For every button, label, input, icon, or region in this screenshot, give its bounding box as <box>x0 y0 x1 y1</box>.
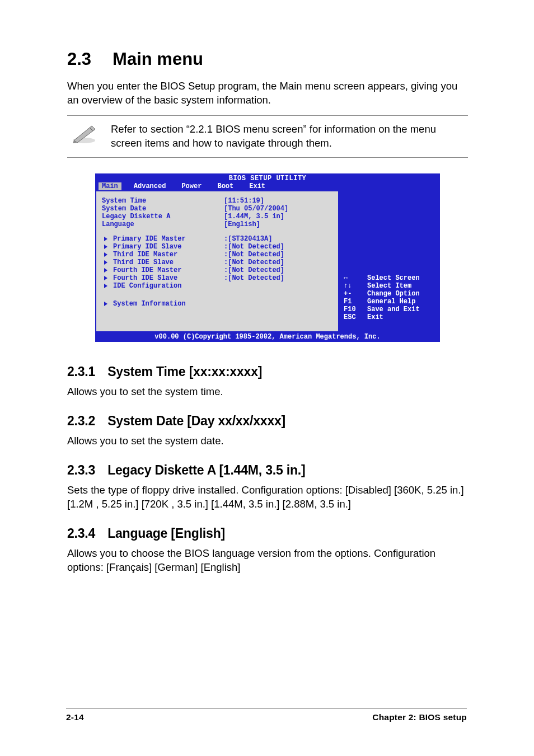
pencil-icon <box>71 124 97 144</box>
subsection-body: Allows you to set the system time. <box>67 385 468 399</box>
subsection-heading: 2.3.2System Date [Day xx/xx/xxxx] <box>67 414 468 429</box>
page-number: 2-14 <box>66 712 84 722</box>
chapter-label: Chapter 2: BIOS setup <box>372 712 467 722</box>
help-key: ESC <box>344 313 367 321</box>
help-key: F1 <box>344 298 367 306</box>
help-key: ↑↓ <box>344 282 367 290</box>
subsection-number: 2.3.3 <box>67 463 95 477</box>
bios-sub-value: :[Not Detected] <box>224 266 284 274</box>
triangle-icon <box>104 276 107 280</box>
help-key: +- <box>344 290 367 298</box>
bios-row-label: System Date <box>102 205 224 213</box>
subsection-heading: 2.3.4Language [English] <box>67 526 468 541</box>
triangle-icon <box>104 302 107 306</box>
subsection-number: 2.3.1 <box>67 364 95 379</box>
section-number: 2.3 <box>67 49 91 69</box>
bios-sub-label: IDE Configuration <box>113 282 224 290</box>
section-heading: 2.3Main menu <box>67 49 468 69</box>
triangle-icon <box>104 245 107 249</box>
bios-row-label: Language <box>102 220 224 228</box>
bios-tab-exit: Exit <box>241 182 273 190</box>
bios-help-panel: ↔Select Screen ↑↓Select Item +-Change Op… <box>339 191 439 331</box>
bios-sysinfo: System Information <box>113 300 224 308</box>
bios-sub-value: :[Not Detected] <box>224 251 284 259</box>
subsection-number: 2.3.4 <box>67 526 95 541</box>
subsection-title: System Time [xx:xx:xxxx] <box>107 364 262 379</box>
bios-row-label: System Time <box>102 197 224 205</box>
subsection-number: 2.3.2 <box>67 414 95 428</box>
subsection-body: Allows you to choose the BIOS language v… <box>67 547 468 575</box>
bios-sub-value: :[Not Detected] <box>224 274 284 282</box>
bios-sub-label: Fourth IDE Slave <box>113 274 224 282</box>
triangle-icon <box>104 260 107 265</box>
subsection-title: System Date [Day xx/xx/xxxx] <box>107 414 285 428</box>
bios-tab-power: Power <box>174 182 209 190</box>
note-block: Refer to section “2.2.1 BIOS menu screen… <box>67 115 468 158</box>
bios-screenshot: BIOS SETUP UTILITY Main Advanced Power B… <box>95 173 440 342</box>
subsection-heading: 2.3.1System Time [xx:xx:xxxx] <box>67 364 468 379</box>
bios-row-value: [Thu 05/07/2004] <box>224 205 288 213</box>
subsection-body: Sets the type of floppy drive installed.… <box>67 483 468 511</box>
help-key: ↔ <box>344 274 367 282</box>
help-desc: Change Option <box>367 290 420 298</box>
bios-sub-value: :[Not Detected] <box>224 243 284 251</box>
bios-sub-value: :[Not Detected] <box>224 259 284 266</box>
subsection-title: Legacy Diskette A [1.44M, 3.5 in.] <box>107 463 305 477</box>
bios-sub-label: Primary IDE Slave <box>113 243 224 251</box>
bios-sub-label: Third IDE Master <box>113 251 224 259</box>
bios-sub-value: :[ST320413A] <box>224 235 272 243</box>
bios-sub-label: Primary IDE Master <box>113 235 224 243</box>
subsection-heading: 2.3.3Legacy Diskette A [1.44M, 3.5 in.] <box>67 463 468 478</box>
bios-tab-bar: Main Advanced Power Boot Exit <box>95 182 440 191</box>
bios-sub-label: Fourth IDE Master <box>113 266 224 274</box>
help-desc: Select Item <box>367 282 411 290</box>
help-desc: Exit <box>367 313 383 321</box>
bios-title: BIOS SETUP UTILITY <box>95 173 440 182</box>
note-text: Refer to section “2.2.1 BIOS menu screen… <box>111 123 468 151</box>
intro-paragraph: When you enter the BIOS Setup program, t… <box>67 79 468 107</box>
bios-row-value: [English] <box>224 220 260 228</box>
subsection-body: Allows you to set the system date. <box>67 434 468 448</box>
bios-tab-advanced: Advanced <box>126 182 174 190</box>
triangle-icon <box>104 284 107 288</box>
bios-row-label: Legacy Diskette A <box>102 213 224 220</box>
help-desc: Select Screen <box>367 274 420 282</box>
bios-left-panel: System Time[11:51:19] System Date[Thu 05… <box>96 191 339 331</box>
triangle-icon <box>104 237 107 241</box>
help-desc: General Help <box>367 298 415 306</box>
subsection-title: Language [English] <box>107 526 225 541</box>
bios-tab-main: Main <box>99 182 121 190</box>
help-key: F10 <box>344 306 367 313</box>
help-desc: Save and Exit <box>367 306 420 313</box>
triangle-icon <box>104 252 107 257</box>
section-title: Main menu <box>113 49 203 69</box>
triangle-icon <box>104 268 107 273</box>
bios-tab-boot: Boot <box>209 182 241 190</box>
bios-sub-label: Third IDE Slave <box>113 259 224 266</box>
page-footer: 2-14 Chapter 2: BIOS setup <box>66 708 467 722</box>
bios-row-value: [11:51:19] <box>224 197 264 205</box>
bios-copyright: v00.00 (C)Copyright 1985-2002, American … <box>95 332 440 342</box>
bios-row-value: [1.44M, 3.5 in] <box>224 213 284 220</box>
